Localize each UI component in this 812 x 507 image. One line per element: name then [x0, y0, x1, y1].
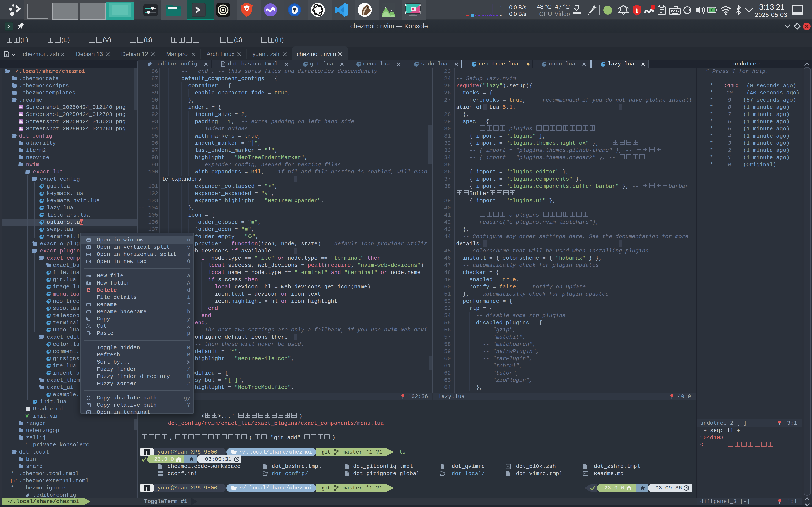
svg-text:i: i [636, 6, 638, 14]
